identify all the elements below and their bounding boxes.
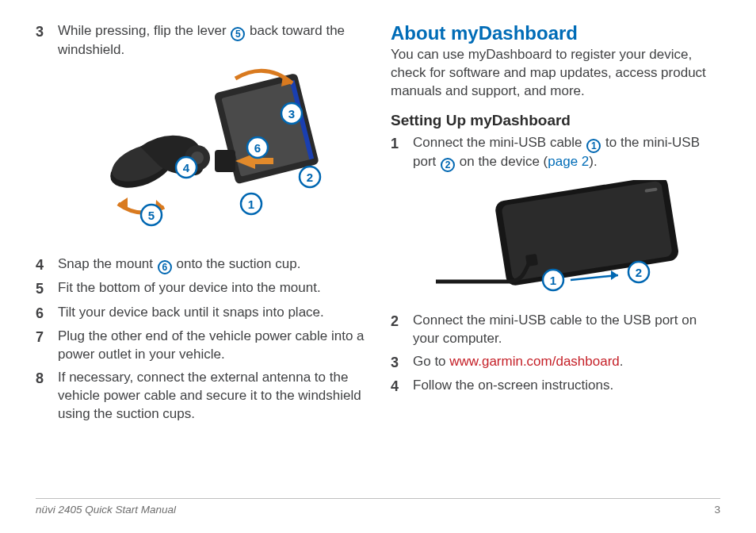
step-3: 3 While pressing, flip the lever 5 back … xyxy=(36,22,365,59)
step-text: Connect the mini-USB cable 1 to the mini… xyxy=(413,134,720,172)
page-2-link[interactable]: page 2 xyxy=(548,154,589,169)
step-number: 3 xyxy=(391,353,413,372)
step-text: Follow the on-screen instructions. xyxy=(413,377,720,396)
callout-2-icon: 2 xyxy=(441,158,455,172)
callout-1-icon: 1 xyxy=(586,139,601,153)
step-text: If necessary, connect the external anten… xyxy=(58,369,365,424)
svg-text:3: 3 xyxy=(288,107,295,121)
svg-rect-27 xyxy=(525,254,538,266)
step-number: 8 xyxy=(36,369,58,424)
callout-6-icon: 6 xyxy=(158,260,172,274)
step-number: 3 xyxy=(36,22,58,59)
r-step-3: 3 Go to www.garmin.com/dashboard. xyxy=(391,353,720,372)
garmin-dashboard-link[interactable]: www.garmin.com/dashboard xyxy=(449,354,619,369)
step-number: 6 xyxy=(36,304,58,323)
step-text: While pressing, flip the lever 5 back to… xyxy=(58,22,365,59)
left-column: 3 While pressing, flip the lever 5 back … xyxy=(36,22,365,428)
r-step-1: 1 Connect the mini-USB cable 1 to the mi… xyxy=(391,134,720,172)
svg-rect-4 xyxy=(215,150,235,172)
page-number: 3 xyxy=(714,504,720,516)
svg-text:2: 2 xyxy=(636,266,642,279)
step-text: Tilt your device back until it snaps int… xyxy=(58,304,365,323)
right-column: About myDashboard You can use myDashboar… xyxy=(391,22,720,428)
svg-text:1: 1 xyxy=(248,197,254,211)
step-4: 4 Snap the mount 6 onto the suction cup. xyxy=(36,255,365,274)
section-intro: You can use myDashboard to register your… xyxy=(391,46,720,101)
svg-text:5: 5 xyxy=(148,209,155,222)
subheading: Setting Up myDashboard xyxy=(391,112,720,129)
step-number: 1 xyxy=(391,134,413,172)
r-step-2: 2 Connect the mini-USB cable to the USB … xyxy=(391,312,720,348)
step-number: 2 xyxy=(391,312,413,348)
step-number: 5 xyxy=(36,279,58,298)
step-5: 5 Fit the bottom of your device into the… xyxy=(36,279,365,298)
step-number: 7 xyxy=(36,328,58,364)
svg-text:4: 4 xyxy=(183,161,190,174)
svg-text:6: 6 xyxy=(254,141,261,155)
footer-title: nüvi 2405 Quick Start Manual xyxy=(36,504,176,516)
page-footer: nüvi 2405 Quick Start Manual 3 xyxy=(36,498,720,516)
step-text: Fit the bottom of your device into the m… xyxy=(58,279,365,298)
step-6: 6 Tilt your device back until it snaps i… xyxy=(36,304,365,323)
svg-text:2: 2 xyxy=(307,171,313,184)
step-8: 8 If necessary, connect the external ant… xyxy=(36,369,365,424)
step-number: 4 xyxy=(391,377,413,396)
svg-marker-29 xyxy=(611,270,618,280)
section-heading: About myDashboard xyxy=(391,22,720,44)
svg-text:1: 1 xyxy=(550,274,556,287)
callout-5-icon: 5 xyxy=(231,27,245,41)
r-step-4: 4 Follow the on-screen instructions. xyxy=(391,377,720,396)
step-7: 7 Plug the other end of the vehicle powe… xyxy=(36,328,365,364)
step-number: 4 xyxy=(36,255,58,274)
step-text: Connect the mini-USB cable to the USB po… xyxy=(413,312,720,348)
step-text: Snap the mount 6 onto the suction cup. xyxy=(58,255,365,274)
figure-usb-diagram: 1 2 xyxy=(413,180,720,302)
figure-mount-diagram: 3 6 2 1 4 5 xyxy=(58,64,365,246)
step-text: Plug the other end of the vehicle power … xyxy=(58,328,365,364)
step-text: Go to www.garmin.com/dashboard. xyxy=(413,353,720,372)
